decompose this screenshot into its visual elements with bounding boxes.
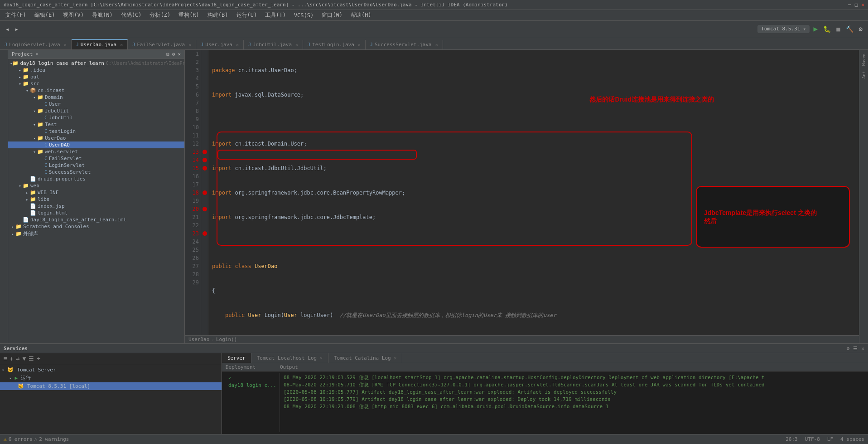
tree-item-iml[interactable]: 📄 day18_login_case_after_learn.iml: [8, 216, 184, 223]
breadcrumb-login[interactable]: Login(): [216, 337, 237, 342]
close-tab-userdao[interactable]: ✕: [120, 42, 123, 47]
menu-tools[interactable]: 工具(T): [261, 10, 289, 20]
run-item[interactable]: ▾ ▶ 运行: [0, 374, 222, 382]
output-tab-localhost[interactable]: Tomcat Localhost Log ✕: [251, 353, 328, 363]
close-tab-testlogin[interactable]: ✕: [358, 42, 361, 47]
tab-jdbcutil[interactable]: J JdbcUtil.java ✕: [244, 40, 303, 49]
toolbar-forward[interactable]: ▸: [13, 24, 20, 34]
menu-build[interactable]: 构建(B): [204, 10, 232, 20]
toolbar-back[interactable]: ◂: [4, 24, 11, 34]
build-btn[interactable]: 🔨: [844, 24, 855, 34]
services-settings-btn[interactable]: ⚙: [847, 346, 850, 351]
tab-userdao[interactable]: J UserDao.java ✕: [72, 39, 128, 49]
tomcat-server-item[interactable]: ▾ 🐱 Tomcat Server: [0, 366, 222, 374]
close-tab-loginservlet[interactable]: ✕: [64, 42, 67, 47]
tree-item-webservlet-folder[interactable]: ▾ 📁 web.servlet: [8, 148, 184, 155]
srv-list-btn[interactable]: ≡: [4, 355, 7, 362]
project-settings-btn[interactable]: ⚙: [172, 51, 175, 57]
close-tab-user[interactable]: ✕: [236, 42, 239, 47]
tree-item-external[interactable]: ▸ 📁 外部库: [8, 230, 184, 238]
project-collapse-btn[interactable]: ⊟: [166, 51, 169, 57]
close-btn[interactable]: ✕: [861, 2, 864, 8]
tree-item-loginservlet[interactable]: C LoginServlet: [8, 162, 184, 169]
output-tabs: Server Tomcat Localhost Log ✕ Tomcat Cat…: [222, 353, 868, 363]
srv-add-btn[interactable]: +: [37, 355, 40, 362]
tree-item-webinf[interactable]: ▸ 📁 WEB-INF: [8, 189, 184, 196]
tree-item-indexjsp[interactable]: 📄 index.jsp: [8, 203, 184, 210]
tab-testlogin[interactable]: J testLogin.java ✕: [303, 40, 366, 49]
srv-up-btn[interactable]: ↕: [10, 355, 14, 362]
menu-help[interactable]: 帮助(H): [347, 10, 375, 20]
rs-ant-tab[interactable]: Ant: [862, 69, 866, 80]
log-line-3: [2020-05-08 10:19:05,777] Artifact day18…: [284, 389, 861, 396]
tab-user[interactable]: J User.java ✕: [196, 40, 244, 49]
tree-item-idea[interactable]: ▸ 📁 .idea: [8, 67, 184, 73]
tomcat-instance-item[interactable]: 🐱 Tomcat 8.5.31 [local]: [0, 382, 222, 390]
tree-item-domain[interactable]: ▾ 📁 Domain: [8, 94, 184, 101]
tree-item-root[interactable]: ▾ 📁 day18_login_case_after_learn C:\User…: [8, 60, 184, 67]
left-strip: [0, 50, 8, 343]
server-config-name[interactable]: Tomcat 8.5.31: [761, 26, 800, 32]
code-editor[interactable]: package cn.itcast.UserDao; import javax.…: [208, 50, 859, 335]
maximize-btn[interactable]: □: [855, 2, 858, 8]
stop-btn[interactable]: ■: [834, 24, 842, 34]
services-close-btn[interactable]: ✕: [861, 346, 864, 351]
tab-loginservlet[interactable]: J LoginServlet.java ✕: [0, 40, 72, 49]
tree-item-src[interactable]: ▾ 📁 src: [8, 80, 184, 87]
settings-btn[interactable]: ⚙: [857, 24, 864, 34]
menu-vcs[interactable]: VCS(S): [290, 11, 317, 20]
srv-group-btn[interactable]: ⇄: [16, 355, 20, 362]
menu-run[interactable]: 运行(U): [233, 10, 261, 20]
line-numbers: 1 2 3 4 5 6 7 8 9 10 11 12 13 14 15 16 1…: [185, 50, 201, 335]
error-markers-column: [201, 50, 208, 335]
editor-area: 1 2 3 4 5 6 7 8 9 10 11 12 13 14 15 16 1…: [185, 50, 859, 343]
menu-edit[interactable]: 编辑(E): [31, 10, 59, 20]
close-tab-jdbcutil[interactable]: ✕: [295, 42, 298, 47]
srv-more-btn[interactable]: ☰: [29, 355, 34, 362]
tree-item-out[interactable]: ▸ 📁 out: [8, 73, 184, 80]
tree-item-failservlet[interactable]: C FailServlet: [8, 155, 184, 162]
tree-item-web[interactable]: ▾ 📁 web: [8, 182, 184, 189]
tomcat-instance-icon: 🐱: [18, 383, 24, 389]
menu-file[interactable]: 文件(F): [2, 10, 30, 20]
close-tab-failservlet[interactable]: ✕: [188, 42, 191, 47]
project-dropdown-icon[interactable]: ▾: [35, 51, 39, 57]
tree-item-userdao-folder[interactable]: ▾ 📁 UserDao: [8, 135, 184, 141]
run-btn[interactable]: ▶: [811, 24, 820, 34]
rs-maven-tab[interactable]: Maven: [862, 52, 866, 68]
tree-item-jdbcutil-folder[interactable]: ▾ 📁 JdbcUtil: [8, 107, 184, 114]
web-folder-icon: 📁: [23, 183, 29, 189]
menu-navigate[interactable]: 导航(N): [88, 10, 116, 20]
tree-item-test-folder[interactable]: ▾ 📁 Test: [8, 121, 184, 128]
output-tab-catalina[interactable]: Tomcat Catalina Log ✕: [328, 353, 402, 363]
tree-item-user-class[interactable]: C User: [8, 101, 184, 107]
tree-item-libs[interactable]: ▸ 📁 libs: [8, 196, 184, 203]
close-tab-successservlet[interactable]: ✕: [435, 42, 438, 47]
tree-item-jdbcutil-class[interactable]: C JdbcUtil: [8, 114, 184, 121]
breadcrumb-userdao[interactable]: UserDao: [188, 337, 209, 342]
code-view[interactable]: 1 2 3 4 5 6 7 8 9 10 11 12 13 14 15 16 1…: [185, 50, 859, 335]
output-content[interactable]: ✓ day18_login_c... 08-May-2020 22:19:01.…: [222, 371, 868, 434]
tree-item-druid[interactable]: 📄 druid.properties: [8, 176, 184, 182]
tree-item-successservlet[interactable]: C SuccessServlet: [8, 169, 184, 176]
server-config-dropdown[interactable]: ▾: [803, 26, 806, 32]
tree-item-userdao-class[interactable]: C UserDAO: [8, 141, 184, 148]
tree-item-testlogin-class[interactable]: C testLogin: [8, 128, 184, 135]
menu-view[interactable]: 视图(V): [59, 10, 87, 20]
services-options-btn[interactable]: ☰: [853, 346, 858, 351]
srv-filter-btn[interactable]: ▼: [22, 355, 26, 362]
tab-successservlet[interactable]: J SuccessServlet.java ✕: [366, 40, 443, 49]
deploy-item[interactable]: ✓ day18_login_c...: [227, 374, 278, 390]
menu-code[interactable]: 代码(C): [117, 10, 145, 20]
menu-analyze[interactable]: 分析(Z): [146, 10, 174, 20]
tree-item-cnitcast[interactable]: ▾ 📦 cn.itcast: [8, 87, 184, 94]
tab-failservlet[interactable]: J FailServlet.java ✕: [128, 40, 196, 49]
menu-window[interactable]: 窗口(W): [318, 10, 346, 20]
output-tab-server[interactable]: Server: [222, 353, 251, 363]
menu-refactor[interactable]: 重构(R): [175, 10, 203, 20]
tree-item-scratches[interactable]: ▸ 📁 Scratches and Consoles: [8, 223, 184, 230]
project-close-btn[interactable]: ✕: [178, 51, 181, 57]
tree-item-loginhtml[interactable]: 📄 login.html: [8, 210, 184, 216]
debug-btn[interactable]: 🐛: [821, 24, 833, 34]
minimize-btn[interactable]: ─: [848, 2, 851, 8]
